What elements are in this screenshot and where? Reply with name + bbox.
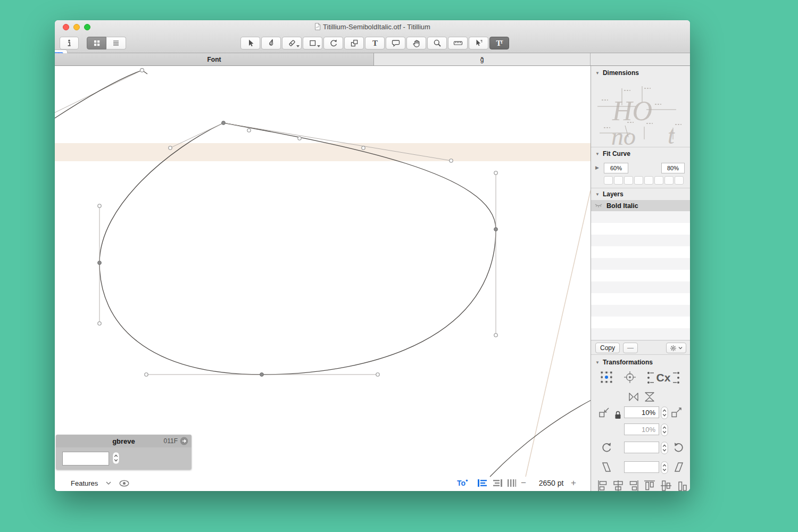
fit-curve-step[interactable] — [675, 176, 684, 185]
fit-curve-min-input[interactable] — [604, 163, 628, 173]
rotate-tool-button[interactable] — [323, 37, 343, 49]
go-to-glyph-button[interactable] — [180, 437, 188, 445]
glyph-value-input[interactable] — [62, 452, 109, 466]
zoom-in-button[interactable]: + — [571, 477, 576, 489]
remove-layer-button[interactable]: — — [623, 343, 638, 353]
layers-title: Layers — [603, 190, 624, 198]
primitives-tool-button[interactable] — [303, 37, 322, 49]
scale-y-stepper[interactable] — [661, 423, 668, 436]
align-right-button[interactable] — [628, 480, 639, 491]
instructor-tool-button[interactable] — [469, 37, 488, 49]
tab-glyph-gbreve[interactable]: ğ — [374, 53, 591, 65]
glyph-info-button[interactable] — [60, 37, 79, 49]
layer-row-empty[interactable] — [591, 235, 690, 246]
info-icon — [65, 39, 73, 47]
rotate-input[interactable] — [624, 442, 659, 453]
lock-proportions-icon[interactable] — [614, 411, 621, 419]
transform-origin-point-button[interactable] — [623, 370, 637, 384]
fit-curve-section-header[interactable]: ▼ Fit Curve — [595, 150, 630, 157]
grid-view-button[interactable] — [87, 37, 106, 49]
fit-curve-max-input[interactable] — [661, 163, 685, 173]
flip-vertical-button[interactable] — [643, 392, 656, 402]
zoom-value-label: 2650 pt — [539, 479, 564, 487]
tab-font[interactable]: Font — [55, 53, 374, 65]
spacing-mode-button[interactable]: To • — [457, 477, 468, 489]
layer-row-empty[interactable] — [591, 293, 690, 305]
measure-tool-button[interactable] — [448, 37, 468, 49]
transform-reference-cx-button[interactable]: Cx — [646, 370, 680, 385]
skew-stepper[interactable] — [661, 461, 668, 474]
skew-input[interactable] — [624, 461, 659, 473]
scale-down-button[interactable] — [598, 406, 611, 418]
layer-row-empty[interactable] — [591, 305, 690, 317]
layer-row-empty[interactable] — [591, 258, 690, 270]
layer-row-selected[interactable]: Bold Italic — [591, 200, 690, 211]
layer-row-empty[interactable] — [591, 246, 690, 258]
fit-curve-step[interactable] — [634, 176, 643, 185]
partial-outline-topleft — [55, 69, 147, 119]
features-menu[interactable]: Features — [71, 477, 129, 489]
tool-palette: T — [240, 37, 509, 49]
skew-right-button[interactable] — [673, 461, 685, 473]
glyph-info-header: gbreve 011F — [56, 435, 192, 447]
fit-curve-step[interactable] — [624, 176, 633, 185]
glyph-outline-view[interactable] — [55, 66, 591, 491]
copy-layer-button[interactable]: Copy — [595, 343, 620, 353]
document-icon — [314, 23, 321, 30]
select-tool-button[interactable] — [240, 37, 260, 49]
scale-tool-button[interactable] — [344, 37, 364, 49]
glyph-edit-canvas[interactable]: gbreve 011F F — [55, 66, 591, 491]
align-text-right-button[interactable] — [492, 479, 503, 487]
fit-curve-step[interactable] — [664, 176, 674, 185]
gear-icon — [670, 345, 677, 352]
layer-row-empty[interactable] — [591, 281, 690, 293]
flip-horizontal-button[interactable] — [627, 392, 640, 402]
rotate-ccw-button[interactable] — [601, 442, 612, 453]
dimensions-section-header[interactable]: ▼ Dimensions — [595, 69, 639, 77]
transformations-section-header[interactable]: ▼ Transformations — [595, 359, 653, 366]
scale-x-input[interactable] — [624, 406, 659, 418]
layer-row-empty[interactable] — [591, 270, 690, 281]
layer-row-empty[interactable] — [591, 317, 690, 328]
scale-x-stepper[interactable] — [661, 406, 668, 419]
text-tool-button[interactable]: T — [365, 37, 385, 49]
fit-curve-step[interactable] — [604, 176, 613, 185]
layer-visibility-eye-closed-icon[interactable] — [594, 203, 603, 209]
fit-curve-step[interactable] — [654, 176, 663, 185]
layer-row-empty[interactable] — [591, 223, 690, 235]
glyph-value-stepper[interactable] — [112, 452, 120, 464]
layer-row-empty[interactable] — [591, 328, 690, 340]
align-top-button[interactable] — [644, 480, 655, 491]
align-center-h-button[interactable] — [613, 480, 624, 491]
fit-curve-expand-triangle[interactable]: ▶ — [595, 165, 599, 170]
align-middle-v-button[interactable] — [660, 480, 672, 491]
scale-up-button[interactable] — [671, 406, 684, 418]
ruler-icon — [453, 39, 463, 47]
skew-left-button[interactable] — [601, 461, 612, 473]
pen-tool-button[interactable] — [261, 37, 281, 49]
eraser-dropdown-arrow — [296, 45, 300, 47]
fit-curve-step[interactable] — [644, 176, 653, 185]
layers-section-header[interactable]: ▼ Layers — [595, 190, 624, 198]
align-text-left-button[interactable] — [477, 479, 488, 487]
zoom-tool-button[interactable] — [427, 37, 447, 49]
zoom-level[interactable]: 2650 pt — [536, 477, 567, 489]
zoom-out-button[interactable]: − — [521, 477, 526, 489]
fit-curve-step[interactable] — [614, 176, 623, 185]
transform-origin-bbox-button[interactable] — [600, 370, 613, 384]
scale-y-input[interactable] — [624, 423, 659, 435]
rotate-stepper[interactable] — [661, 442, 668, 454]
rotate-cw-button[interactable] — [673, 442, 685, 453]
align-left-button[interactable] — [597, 480, 608, 491]
vertical-layout-button[interactable] — [507, 479, 517, 487]
preview-eye-icon[interactable] — [119, 480, 129, 487]
cursor-lines-icon — [475, 39, 483, 47]
list-view-button[interactable] — [106, 37, 126, 49]
layer-row-empty[interactable] — [591, 211, 690, 223]
hand-tool-button[interactable] — [406, 37, 426, 49]
eraser-tool-button[interactable] — [282, 37, 302, 49]
truetype-tool-button-selected[interactable]: T T — [489, 37, 509, 49]
align-bottom-button[interactable] — [677, 480, 688, 491]
annotation-tool-button[interactable] — [386, 37, 405, 49]
layer-options-button[interactable] — [666, 343, 686, 353]
